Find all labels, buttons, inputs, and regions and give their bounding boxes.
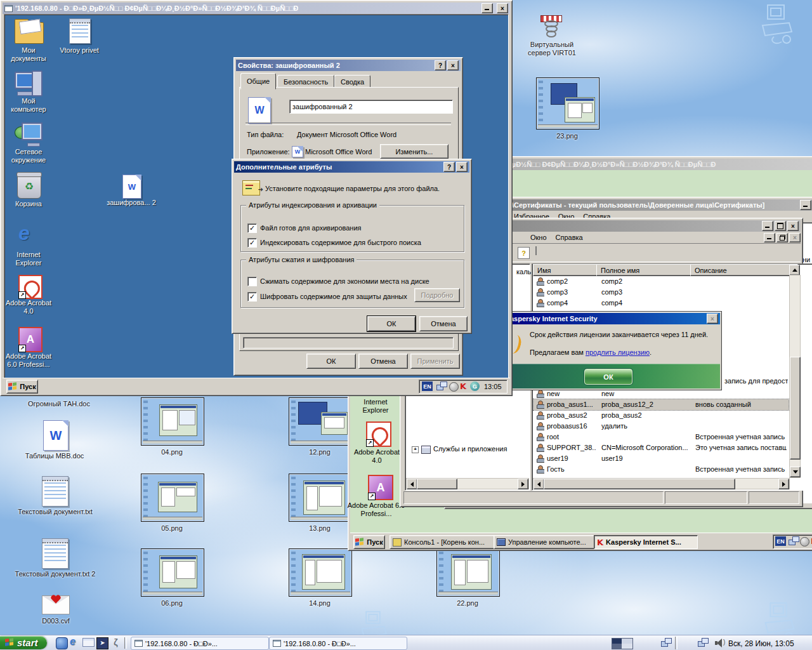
table-row[interactable]: comp2comp2	[534, 276, 789, 287]
checkbox-compress[interactable]	[247, 277, 257, 286]
close-icon[interactable]: ×	[456, 162, 468, 172]
acrobat4-icon[interactable]: ↗	[366, 421, 391, 447]
desktop-icon-png22[interactable]	[436, 548, 500, 597]
table-row[interactable]: user19user19	[534, 453, 789, 464]
rdp1-language-indicator[interactable]: EN	[422, 381, 433, 391]
checkbox-indexing[interactable]: ✓	[247, 238, 257, 248]
rdp2-start-button[interactable]: Пуск	[353, 535, 385, 549]
close-icon[interactable]: ×	[707, 314, 718, 324]
globe-tray-icon[interactable]: G	[470, 381, 480, 391]
tray-icon[interactable]	[800, 537, 809, 547]
mdi-minimize-icon[interactable]	[764, 233, 775, 242]
renew-license-link[interactable]: продлить лицензию	[586, 348, 650, 356]
rdp2-task-kaspersky[interactable]: K Kaspersky Internet S...	[594, 535, 698, 549]
host-task-rdp2[interactable]: '192.168.0.80 - Ð□Ð»...	[269, 637, 407, 650]
ok-button[interactable]: ОК	[306, 354, 356, 369]
rdp1-titlebar[interactable]: '192.168.0.80 - Ð□Ð»Ð¸ÐµÐ½Ñ□□ Ð¢ÐµÑ□□Ð¼Ð…	[3, 3, 510, 14]
desktop-icon-png04[interactable]	[141, 397, 204, 446]
desktop-icon-png13[interactable]	[289, 474, 352, 522]
tree-expand-icon[interactable]: +	[412, 446, 419, 453]
kaspersky-titlebar[interactable]: Kaspersky Internet Security ×	[503, 313, 720, 324]
rdp1-start-button[interactable]: Пуск	[6, 380, 38, 394]
rdp1-icon-docs-label[interactable]: Мои документы	[6, 46, 51, 63]
maximize-icon[interactable]	[775, 221, 786, 231]
acrobat6-icon[interactable]: A↗	[18, 327, 43, 352]
rdp2-task-computer-management[interactable]: Управление компьюте...	[494, 535, 595, 549]
rdp1-icon-ie-label[interactable]: Internet Explorer	[10, 251, 48, 267]
list-vscrollbar[interactable]	[789, 275, 801, 478]
desktop-icon-png12[interactable]	[289, 397, 352, 446]
table-row-selected[interactable]: proba_asus1...proba_asus12_2вновь создан…	[534, 399, 789, 410]
my-computer-icon[interactable]	[15, 70, 43, 96]
toggle-tree-panel-icon[interactable]	[535, 246, 537, 255]
rdp1-icon-acrobat6-label[interactable]: Adobe Acrobat 6.0 Professi...	[2, 352, 55, 369]
checkbox-indexing-label[interactable]: Индексировать содержимое для быстрого по…	[260, 239, 421, 246]
tree-hscrollbar[interactable]	[406, 478, 529, 489]
rdp1-icon-vtoroy-label[interactable]: Vtoroy privet	[50, 46, 108, 55]
checkbox-archive-label[interactable]: Файл готов для архивирования	[260, 224, 362, 232]
table-row[interactable]: proba_asus2proba_asus2	[534, 410, 789, 421]
kaspersky-tray-icon[interactable]: K	[460, 382, 466, 390]
checkbox-compress-label[interactable]: Сжимать содержимое для экономии места на…	[260, 277, 429, 285]
ie-quicklaunch-icon[interactable]: e	[70, 636, 81, 647]
column-header-fullname[interactable]: Полное имя	[596, 264, 699, 276]
quicklaunch-icon[interactable]: ζ	[110, 637, 121, 648]
column-header-name[interactable]: Имя	[533, 264, 605, 276]
desktop-icon-png23[interactable]	[536, 77, 599, 129]
tray-icon[interactable]	[449, 382, 459, 392]
desktop-icon-png06[interactable]	[141, 548, 204, 597]
rdp2-icon-ie-label[interactable]: Internet Explorer	[350, 398, 401, 415]
table-row[interactable]: comp4comp4	[534, 298, 789, 308]
tree-item-services[interactable]: + Службы и приложения	[410, 444, 527, 454]
close-icon[interactable]: ×	[497, 3, 508, 13]
ok-button[interactable]: ОК	[367, 316, 416, 331]
desktop-icon-doc1-label[interactable]: Огромный ТАН.doc	[5, 400, 113, 408]
rdp1-icon-computer-label[interactable]: Мой компьютер	[4, 97, 53, 114]
table-row[interactable]: rootВстроенная учетная запись а,	[534, 432, 789, 442]
desktop-icon-png05[interactable]	[141, 474, 204, 522]
table-row[interactable]: comp3comp3	[534, 287, 789, 298]
change-app-button[interactable]: Изменить...	[380, 144, 449, 159]
close-icon[interactable]: ×	[787, 221, 799, 231]
close-icon[interactable]: ×	[447, 60, 459, 70]
rdp1-icon-encrypted-label[interactable]: зашифрова... 2	[105, 199, 158, 207]
menu-window[interactable]: Окно	[530, 234, 547, 241]
menu-help[interactable]: Справка	[556, 234, 583, 241]
mail-quicklaunch-icon[interactable]	[82, 638, 95, 647]
ie-icon[interactable]: e	[18, 222, 30, 245]
acrobat6-icon[interactable]: A↗	[368, 475, 393, 500]
apply-button[interactable]: Применить	[410, 354, 460, 369]
rdp2-icon-acrobat6-label[interactable]: Adobe Acrobat 6.0 Professi...	[346, 501, 406, 518]
table-row[interactable]: probaasus16удалить	[534, 421, 789, 432]
notepad-icon[interactable]	[69, 18, 91, 44]
mdi-close-icon[interactable]: ×	[789, 233, 801, 242]
checkbox-encrypt[interactable]: ✓	[247, 292, 257, 302]
rdp1-icon-network-label[interactable]: Сетевое окружение	[6, 148, 51, 164]
filename-input[interactable]: зашифрованный 2	[289, 100, 453, 114]
network-places-icon[interactable]	[15, 123, 43, 148]
recycle-bin-icon[interactable]: ♻	[17, 173, 41, 199]
checkbox-archive[interactable]: ✓	[247, 223, 257, 233]
remote-desktop-quicklaunch-icon[interactable]: ➤	[96, 637, 108, 649]
attributes-titlebar[interactable]: Дополнительные атрибуты ? ×	[234, 161, 469, 173]
table-row[interactable]: xSUPPORT_38...CN=Microsoft Corporation..…	[534, 442, 789, 453]
rdp2-icon-acrobat4-label[interactable]: Adobe Acrobat 4.0	[349, 448, 405, 465]
list-vscroll-up-icon[interactable]	[789, 265, 800, 275]
help-icon[interactable]: ?	[443, 162, 455, 172]
rdp2-language-indicator[interactable]: EN	[775, 536, 786, 546]
word-document-icon[interactable]: W	[122, 175, 141, 199]
minimize-icon[interactable]	[481, 3, 493, 13]
minimize-icon[interactable]	[762, 221, 773, 231]
cancel-button[interactable]: Отмена	[358, 354, 408, 369]
table-row[interactable]: xГостьВстроенная учетная запись д	[534, 464, 789, 475]
properties-titlebar[interactable]: Свойства: зашифрованный 2 ? ×	[236, 60, 461, 71]
minimize-icon[interactable]	[800, 200, 811, 210]
list-hscrollbar[interactable]	[533, 478, 790, 489]
desktop-icon-png14[interactable]	[289, 548, 352, 597]
acrobat4-icon[interactable]: ↗	[18, 275, 43, 299]
column-header-description[interactable]: Описание	[690, 264, 798, 276]
help-icon[interactable]: ?	[435, 60, 446, 70]
rdp2-task-console1[interactable]: Консоль1 - [Корень кон...	[390, 535, 495, 549]
mdi-restore-icon[interactable]	[776, 233, 788, 242]
show-desktop-icon[interactable]	[56, 637, 68, 649]
